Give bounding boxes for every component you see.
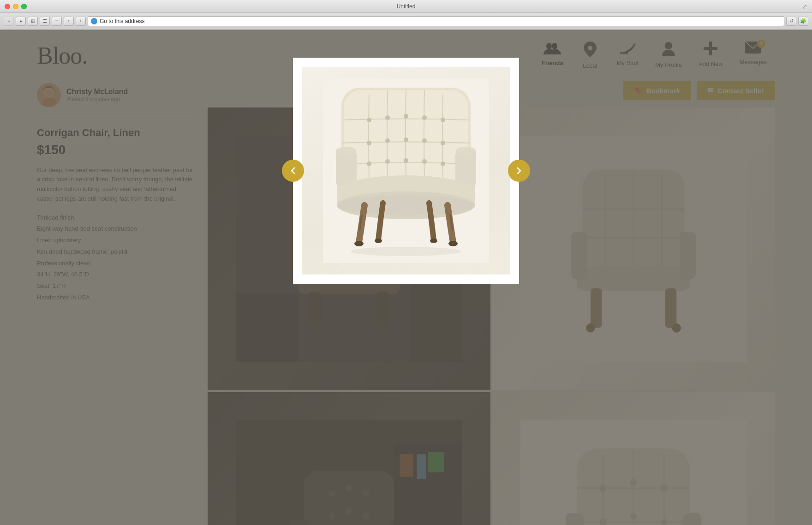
browser-toolbar: ◂ ▸ ⊞ ☰ ≡ ↑ + 🌐 Go to this address ↺ 🧩 — [0, 13, 812, 30]
minimize-button[interactable] — [13, 4, 18, 9]
forward-button[interactable]: ▸ — [16, 17, 26, 26]
lightbox-prev-button[interactable] — [282, 160, 304, 182]
svg-point-134 — [422, 159, 427, 164]
browser-title: Untitled — [397, 3, 416, 10]
browser-titlebar: Untitled ⤢ — [0, 0, 812, 13]
chevron-right-icon — [514, 166, 524, 175]
svg-point-130 — [441, 141, 445, 145]
reader-button[interactable]: ≡ — [52, 17, 62, 26]
svg-point-121 — [367, 118, 371, 122]
svg-point-138 — [336, 147, 356, 156]
lightbox-overlay[interactable] — [0, 30, 812, 525]
extensions-button[interactable]: 🧩 — [798, 17, 808, 26]
chair-main-display — [302, 67, 510, 274]
page-content: Bloo. Friends — [0, 30, 812, 525]
globe-icon: 🌐 — [91, 18, 97, 24]
svg-point-143 — [338, 195, 474, 215]
window-buttons — [5, 4, 27, 9]
back-button[interactable]: ◂ — [4, 17, 14, 26]
svg-point-126 — [367, 141, 371, 145]
lightbox-container — [293, 58, 519, 284]
reload-button[interactable]: ↺ — [786, 17, 796, 26]
window-resize-icon[interactable]: ⤢ — [802, 3, 807, 10]
svg-point-125 — [441, 118, 445, 122]
close-button[interactable] — [5, 4, 10, 9]
svg-point-144 — [354, 241, 364, 246]
new-tab-button[interactable]: + — [76, 17, 86, 26]
lightbox-next-button[interactable] — [508, 160, 530, 182]
svg-point-145 — [448, 241, 458, 246]
address-text: Go to this address — [100, 18, 144, 24]
svg-point-133 — [404, 158, 408, 163]
chevron-left-icon — [288, 166, 298, 175]
share-button[interactable]: ↑ — [64, 17, 74, 26]
svg-point-147 — [430, 239, 437, 243]
svg-point-124 — [422, 115, 427, 120]
svg-point-129 — [422, 138, 427, 143]
address-bar[interactable]: 🌐 Go to this address — [88, 16, 784, 26]
lightbox-image — [293, 58, 519, 284]
browser-chrome: Untitled ⤢ ◂ ▸ ⊞ ☰ ≡ ↑ + 🌐 Go to this ad… — [0, 0, 812, 30]
svg-point-131 — [367, 161, 371, 166]
svg-point-132 — [385, 159, 390, 164]
history-button[interactable]: ☰ — [40, 17, 50, 26]
svg-point-135 — [441, 161, 445, 166]
svg-point-146 — [375, 239, 382, 243]
svg-point-123 — [404, 114, 408, 119]
maximize-button[interactable] — [21, 4, 27, 9]
svg-point-122 — [385, 115, 390, 120]
svg-point-148 — [351, 247, 461, 256]
chair-svg — [323, 78, 489, 263]
svg-point-139 — [456, 147, 476, 156]
view-button[interactable]: ⊞ — [28, 17, 38, 26]
svg-point-128 — [404, 137, 408, 142]
svg-point-127 — [385, 138, 390, 143]
